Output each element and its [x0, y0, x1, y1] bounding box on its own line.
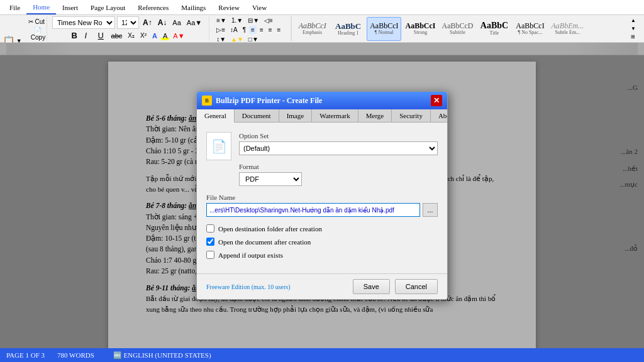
bold-button[interactable]: B [70, 30, 81, 41]
increase-font-button[interactable]: A↑ [141, 18, 154, 28]
checkbox1-input[interactable] [206, 224, 214, 233]
font-size-select[interactable]: 12 [117, 16, 139, 29]
decrease-font-button[interactable]: A↓ [156, 18, 169, 28]
page-info: PAGE 1 OF 3 [6, 351, 45, 359]
copy-button[interactable]: 📄 Copy [26, 26, 50, 41]
style-subtitle[interactable]: AaBbCcD Subtitle [440, 17, 476, 41]
clipboard-group: 📋▼ ✂ Cut 📄 Copy 🖌 Format Painter Clipboa… [3, 16, 47, 41]
modal-icon: B [202, 96, 212, 106]
language-indicator: 🔤 ENGLISH (UNITED STATES) [113, 351, 211, 359]
align-right-button[interactable]: ≡ [267, 26, 274, 34]
font-color-button[interactable]: A▼ [171, 31, 186, 40]
strikethrough-button[interactable]: abc [109, 31, 125, 40]
style-subtle-em[interactable]: AaBbEm... Subtle Em... [549, 17, 587, 41]
modal-tab-merge[interactable]: Merge [358, 109, 392, 122]
file-name-input[interactable] [206, 203, 420, 217]
bullets-button[interactable]: ≡▼ [214, 16, 228, 25]
checkbox1-label: Open destination folder after creation [218, 225, 322, 233]
align-left-button[interactable]: ≡ [249, 26, 257, 34]
modal-close-button[interactable]: ✕ [431, 95, 442, 106]
cancel-button[interactable]: Cancel [395, 279, 438, 294]
modal-title: Bullzip PDF Printer - Create File [216, 96, 322, 106]
tab-file[interactable]: File [3, 0, 26, 14]
tab-review[interactable]: Review [212, 0, 246, 14]
file-name-label: File Name [206, 194, 438, 201]
language-icon: 🔤 [113, 351, 122, 359]
modal-overlay: B Bullzip PDF Printer - Create File ✕ Ge… [0, 43, 644, 348]
option-set-label: Option Set [239, 132, 438, 140]
font-family-select[interactable]: Times New Ro [52, 16, 115, 29]
subscript-button[interactable]: X₂ [126, 31, 136, 40]
modal-tab-bar: General Document Image Watermark Merge S… [197, 109, 447, 123]
modal-tab-general[interactable]: General [197, 109, 235, 123]
multilevel-list-button[interactable]: ⊟▼ [246, 16, 261, 25]
checkbox2-input[interactable] [206, 238, 214, 246]
checkbox2-row: Open the document after creation [206, 238, 438, 246]
word-count: 780 WORDS [57, 351, 94, 359]
italic-button[interactable]: I [83, 30, 94, 41]
checkbox1-row: Open destination folder after creation [206, 224, 438, 233]
freeware-label: Freeware Edition (max. 10 users) [206, 283, 291, 290]
style-strong[interactable]: AaBbCcI Strong [402, 17, 438, 41]
option-set-group: Option Set (Default) [239, 132, 438, 155]
underline-button[interactable]: U [96, 30, 108, 41]
style-normal[interactable]: AaBbCcI ¶ Normal [367, 17, 401, 41]
paragraph-group: ≡▼ 1.▼ ⊟▼ ◁≡ ▷≡ ↕A ¶ ≡ ≡ ≡ ≡ ↕▼ ▲▼ □▼ Pa… [209, 16, 291, 41]
modal-footer: Freeware Edition (max. 10 users) Save Ca… [197, 273, 447, 299]
tab-view[interactable]: View [246, 0, 273, 14]
text-effects-button[interactable]: A [150, 31, 159, 40]
modal-body: 📄 Option Set (Default) Format [197, 123, 447, 273]
checkbox3-row: Append if output exists [206, 251, 438, 259]
style-no-spacing[interactable]: AaBbCcI ¶ No Spac... [513, 17, 548, 41]
justify-button[interactable]: ≡ [275, 26, 283, 34]
cut-button[interactable]: ✂ Cut [26, 18, 50, 26]
clear-formatting-button[interactable]: Aa [170, 18, 182, 27]
sort-button[interactable]: ↕A [228, 26, 240, 34]
style-heading1[interactable]: AaBbC Heading 1 [331, 17, 365, 41]
text-highlight-button[interactable]: A [161, 31, 169, 40]
modal-tab-about[interactable]: About [431, 109, 448, 122]
styles-scroll-up[interactable]: ▲ [629, 17, 638, 24]
style-emphasis[interactable]: AaBbCcI Emphasis [295, 17, 330, 41]
modal-tab-security[interactable]: Security [392, 109, 431, 122]
increase-indent-button[interactable]: ▷≡ [214, 26, 227, 34]
tab-mailings[interactable]: Mailings [175, 0, 212, 14]
file-name-group: File Name ... [206, 194, 438, 217]
tab-home[interactable]: Home [26, 0, 56, 14]
browse-button[interactable]: ... [423, 203, 438, 217]
ribbon: File Home Insert Page Layout References … [0, 0, 644, 43]
style-title[interactable]: AaBbC Title [477, 17, 512, 41]
modal-tab-watermark[interactable]: Watermark [312, 109, 358, 122]
modal-titlebar: B Bullzip PDF Printer - Create File ✕ [197, 92, 447, 109]
checkbox3-label: Append if output exists [218, 251, 283, 259]
tab-insert[interactable]: Insert [56, 0, 84, 14]
show-hide-button[interactable]: ¶ [241, 26, 248, 34]
format-select[interactable]: PDF [239, 172, 302, 186]
ribbon-tab-bar: File Home Insert Page Layout References … [0, 0, 644, 15]
decrease-indent-button[interactable]: ◁≡ [262, 16, 275, 25]
option-set-select[interactable]: (Default) [239, 141, 438, 155]
superscript-button[interactable]: X² [138, 31, 148, 40]
format-group: Format PDF [239, 163, 438, 186]
styles-more[interactable]: ⊞ [629, 33, 638, 40]
modal-titlebar-left: B Bullzip PDF Printer - Create File [202, 96, 322, 106]
file-name-row: ... [206, 203, 438, 217]
checkbox2-label: Open the document after creation [218, 238, 311, 246]
language-label: ENGLISH (UNITED STATES) [124, 351, 211, 359]
document-area: ◆ LƯỢNG ĂN CHO MỖI BỮ... Bé 5-6 tháng: ă… [0, 43, 644, 348]
numbering-button[interactable]: 1.▼ [230, 16, 245, 25]
modal-tab-image[interactable]: Image [279, 109, 312, 122]
ribbon-toolbar: 📋▼ ✂ Cut 📄 Copy 🖌 Format Painter Clipboa… [0, 15, 644, 42]
align-center-button[interactable]: ≡ [258, 26, 265, 34]
save-button[interactable]: Save [353, 279, 390, 294]
styles-scroll-down[interactable]: ▼ [629, 25, 638, 32]
tab-references[interactable]: References [131, 0, 175, 14]
footer-buttons: Save Cancel [353, 279, 438, 294]
tab-page-layout[interactable]: Page Layout [84, 0, 131, 14]
pdf-icon: 📄 [206, 132, 231, 160]
font-group: Times New Ro 12 A↑ A↓ Aa Aa▼ B I U abc X… [47, 16, 209, 41]
checkbox3-input[interactable] [206, 251, 214, 259]
status-bar: PAGE 1 OF 3 780 WORDS 🔤 ENGLISH (UNITED … [0, 348, 644, 362]
modal-tab-document[interactable]: Document [235, 109, 279, 122]
change-case-button[interactable]: Aa▼ [185, 18, 204, 27]
